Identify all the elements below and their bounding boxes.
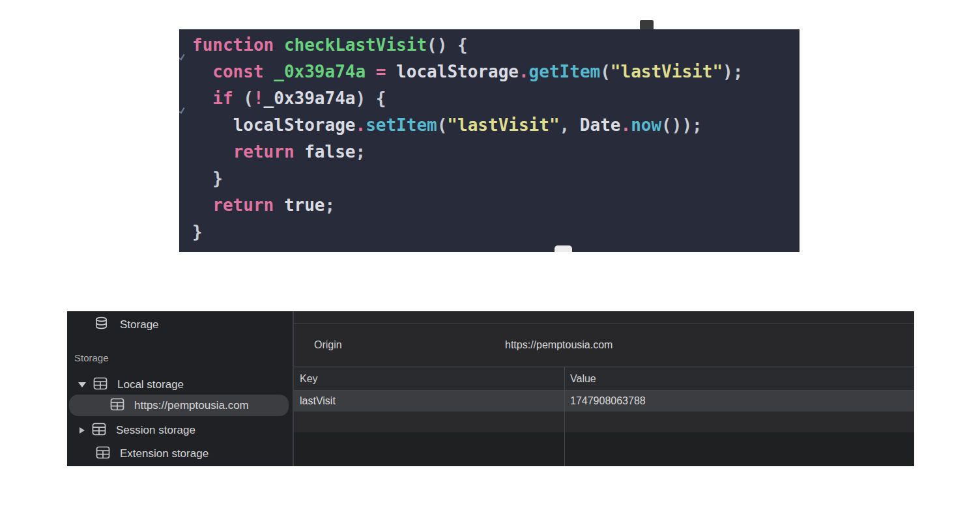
table-header-row: Key Value [294,367,914,391]
table-icon [96,446,110,462]
scrollbar-thumb-bottom[interactable] [555,245,572,252]
sidebar-item-local-storage[interactable]: Local storage [67,374,293,395]
table-icon [92,423,106,438]
sidebar-item-label: Session storage [116,424,195,437]
tab-storage[interactable]: Storage [67,315,293,335]
sidebar-item-origin-pemptousia[interactable]: https://pemptousia.com [69,395,289,416]
screenshot-canvas: function checkLastVisit() { const _0x39a… [0,0,980,517]
tab-storage-label: Storage [120,318,159,331]
origin-label: Origin [314,339,342,351]
scrollbar-thumb-top[interactable] [640,20,654,30]
code-line: function checkLastVisit() { [192,32,800,59]
sidebar-item-label: Local storage [117,378,184,391]
table-icon [93,377,108,393]
code-line: return true; [192,192,800,219]
column-resize-divider[interactable] [564,367,565,466]
toolbar-strip [294,311,914,324]
code-line: const _0x39a74a = localStorage.getItem("… [192,59,800,85]
cell-value: 1747908063788 [570,395,646,407]
empty-table-row[interactable] [294,412,914,432]
sidebar-item-label: https://pemptousia.com [134,399,249,412]
sidebar-item-label: Extension storage [120,447,209,460]
code-line: } [192,219,800,245]
storage-table-area: Origin https://pemptousia.com Key Value … [293,311,914,466]
column-header-value[interactable]: Value [570,373,596,385]
sidebar-item-session-storage[interactable]: Session storage [67,419,293,441]
origin-row[interactable]: Origin https://pemptousia.com [294,324,914,367]
sidebar-item-extension-storage[interactable]: Extension storage [67,443,293,464]
code-line: localStorage.setItem("lastVisit", Date.n… [192,112,800,139]
chevron-down-icon[interactable] [78,382,86,387]
chevron-right-icon[interactable] [79,427,85,434]
storage-sidebar: Storage Storage Local storage [67,311,293,466]
cell-key: lastVisit [300,395,336,407]
code-line: return false; [192,139,800,165]
table-empty-area [294,432,914,466]
sidebar-section-label: Storage [74,352,109,363]
table-icon [110,398,124,413]
storage-devtools-panel: Storage Storage Local storage [67,311,914,466]
code-snippet-panel: function checkLastVisit() { const _0x39a… [179,29,800,252]
origin-value: https://pemptousia.com [505,339,612,351]
code-line: } [192,165,800,192]
fold-marker-icon[interactable] [179,42,188,70]
fold-marker-icon[interactable] [179,95,188,123]
database-icon [94,316,108,333]
table-row[interactable]: lastVisit 1747908063788 [294,391,914,412]
column-header-key[interactable]: Key [300,373,318,385]
code-line: if (!_0x39a74a) { [192,85,800,112]
